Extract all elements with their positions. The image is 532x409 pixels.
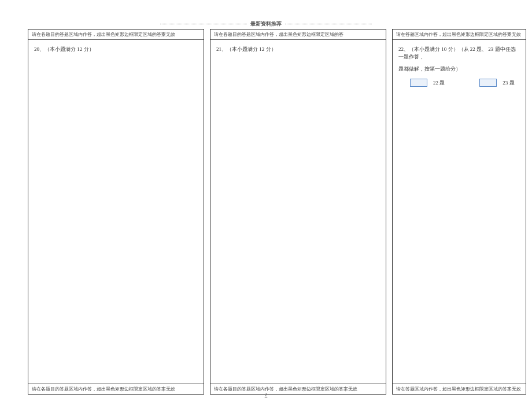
checkbox-23-label: 23 题 [503, 79, 514, 87]
question-21: 21、（本小题满分 12 分） [216, 46, 380, 53]
header-dots-right [285, 24, 372, 24]
col3-content: 22、（本小题满分 10 分）（从 22 题、 23 题中任选一题作答， 题都做… [393, 40, 526, 384]
checkbox-23[interactable] [479, 79, 497, 87]
column-container: 请在各题目的答题区域内作答，超出黑色矩形边框限定区域的答案无效 20、（本小题满… [28, 29, 526, 395]
question-22-line2: 题都做解，按第一题给分） [398, 65, 520, 73]
header-dots-left [160, 24, 247, 24]
col1-top-note: 请在各题目的答题区域内作答，超出黑色矩形边框限定区域的答案无效 [28, 30, 204, 40]
col2-content: 21、（本小题满分 12 分） [210, 40, 386, 384]
checkbox-item-22: 22 题 [410, 79, 445, 87]
checkbox-22[interactable] [410, 79, 427, 87]
question-22-line1: 22、（本小题满分 10 分）（从 22 题、 23 题中任选一题作答， [398, 46, 520, 61]
checkbox-row: 22 题 23 题 [398, 79, 520, 87]
col2-top-note: 请在各题目的答题区域内作答，超出黑色矩形边框限定区域的答 [210, 30, 386, 40]
col1-content: 20、（本小题满分 12 分） [28, 40, 204, 384]
column-2: 请在各题目的答题区域内作答，超出黑色矩形边框限定区域的答 21、（本小题满分 1… [210, 29, 386, 395]
header-title: 最新资料推荐 [248, 20, 284, 28]
checkbox-22-label: 22 题 [433, 79, 445, 87]
column-1: 请在各题目的答题区域内作答，超出黑色矩形边框限定区域的答案无效 20、（本小题满… [28, 29, 204, 395]
page-number: 2 [0, 392, 532, 397]
page-header: 最新资料推荐 [0, 20, 532, 28]
col3-top-note: 请在答题区域内作答，超出黑色矩形边框限定区域的答案无效 [393, 30, 526, 40]
checkbox-item-23: 23 题 [479, 79, 514, 87]
question-20: 20、（本小题满分 12 分） [34, 46, 198, 53]
page-number-value: 2 [265, 392, 268, 397]
column-3: 请在答题区域内作答，超出黑色矩形边框限定区域的答案无效 22、（本小题满分 10… [392, 29, 526, 395]
